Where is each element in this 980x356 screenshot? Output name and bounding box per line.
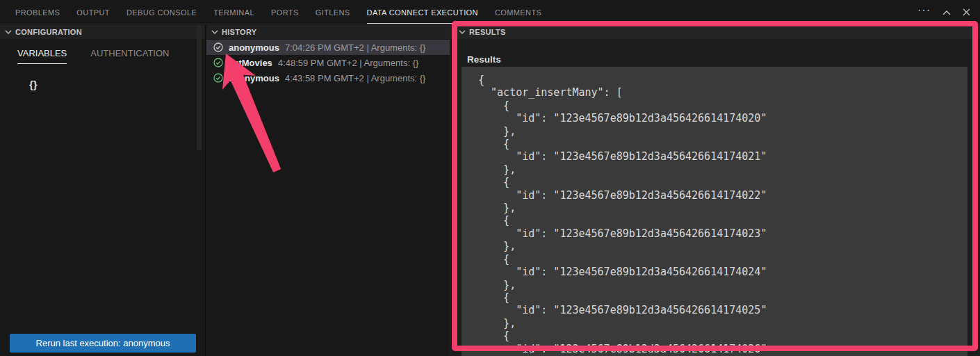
tab-data-connect-execution[interactable]: DATA CONNECT EXECUTION: [367, 0, 478, 24]
config-scrollbar[interactable]: [197, 25, 202, 150]
tab-problems[interactable]: PROBLEMS: [15, 0, 60, 24]
history-entry-meta: 7:04:26 PM GMT+2 | Arguments: {}: [285, 42, 425, 53]
history-entry-name: listMovies: [229, 58, 272, 68]
tab-gitlens[interactable]: GITLENS: [316, 0, 350, 24]
results-panel: RESULTS Results { "actor_insertMany": [ …: [450, 25, 980, 356]
history-title: HISTORY: [222, 28, 256, 36]
history-entry[interactable]: anonymous 4:43:58 PM GMT+2 | Arguments: …: [206, 70, 450, 86]
close-panel-icon[interactable]: [963, 8, 970, 16]
history-list: anonymous 7:04:26 PM GMT+2 | Arguments: …: [206, 40, 450, 86]
panel-tabbar: PROBLEMSOUTPUTDEBUG CONSOLETERMINALPORTS…: [0, 0, 980, 24]
tab-debug-console[interactable]: DEBUG CONSOLE: [126, 0, 197, 24]
tab-comments[interactable]: COMMENTS: [495, 0, 541, 24]
configuration-title: CONFIGURATION: [15, 28, 82, 36]
results-title: RESULTS: [469, 28, 506, 36]
check-circle-icon: [213, 73, 223, 83]
config-tab-variables[interactable]: VARIABLES: [17, 48, 67, 64]
results-header[interactable]: RESULTS: [450, 25, 980, 39]
history-entry-meta: 4:48:59 PM GMT+2 | Arguments: {}: [278, 58, 418, 68]
results-json-output: { "actor_insertMany": [ { "id": "123e456…: [478, 74, 967, 355]
history-entry[interactable]: listMovies 4:48:59 PM GMT+2 | Arguments:…: [206, 55, 450, 70]
chevron-down-icon: [459, 30, 466, 34]
rerun-last-execution-button[interactable]: Rerun last execution: anonymous: [10, 334, 196, 353]
config-tab-authentication[interactable]: AUTHENTICATION: [90, 48, 169, 64]
history-header[interactable]: HISTORY: [206, 25, 450, 39]
configuration-panel: CONFIGURATION VARIABLESAUTHENTICATION {}…: [0, 25, 206, 356]
tab-ports[interactable]: PORTS: [271, 0, 299, 24]
configuration-tabs: VARIABLESAUTHENTICATION: [17, 48, 205, 64]
maximize-panel-icon[interactable]: [942, 10, 951, 15]
results-code-block[interactable]: { "actor_insertMany": [ { "id": "123e456…: [462, 67, 967, 356]
window-controls: ···: [917, 0, 970, 24]
tab-terminal[interactable]: TERMINAL: [213, 0, 254, 24]
check-circle-icon: [213, 42, 223, 52]
more-actions-icon[interactable]: ···: [917, 7, 931, 18]
variables-value: {}: [29, 79, 205, 90]
tab-output[interactable]: OUTPUT: [76, 0, 110, 24]
history-entry-meta: 4:43:58 PM GMT+2 | Arguments: {}: [285, 73, 425, 83]
history-entry-name: anonymous: [229, 42, 279, 53]
configuration-header[interactable]: CONFIGURATION: [0, 25, 205, 39]
chevron-down-icon: [211, 30, 218, 34]
history-entry-name: anonymous: [229, 73, 279, 83]
chevron-down-icon: [5, 30, 12, 34]
check-circle-icon: [213, 58, 223, 67]
history-panel: HISTORY anonymous 7:04:26 PM GMT+2 | Arg…: [206, 25, 450, 356]
history-entry[interactable]: anonymous 7:04:26 PM GMT+2 | Arguments: …: [206, 40, 450, 55]
results-label: Results: [467, 54, 501, 65]
